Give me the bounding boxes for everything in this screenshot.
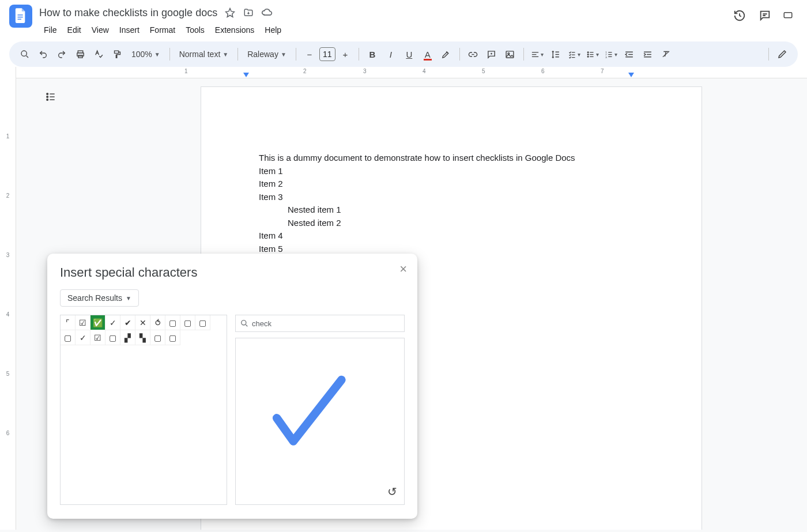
hruler-tick: 4 [423, 68, 426, 74]
char-search-box[interactable] [235, 315, 405, 332]
char-result[interactable]: ⌜ [61, 315, 76, 330]
char-result[interactable]: ▚ [135, 330, 150, 345]
char-result[interactable]: ▢ [105, 330, 120, 345]
paint-format-icon[interactable] [108, 46, 126, 63]
line-spacing-icon[interactable] [547, 46, 564, 63]
comments-icon[interactable] [757, 8, 772, 23]
print-icon[interactable] [71, 46, 89, 63]
category-dropdown[interactable]: Search Results▼ [60, 289, 139, 307]
zoom-dropdown[interactable]: 100%▼ [127, 46, 165, 63]
menu-tools[interactable]: Tools [181, 23, 209, 37]
hruler-tick: 6 [541, 68, 545, 74]
undo-icon[interactable] [35, 46, 52, 63]
menu-bar: File Edit View Insert Format Tools Exten… [39, 23, 732, 37]
menu-extensions[interactable]: Extensions [210, 23, 259, 37]
font-value: Raleway [247, 50, 278, 59]
redo-icon[interactable] [53, 46, 70, 63]
font-dropdown[interactable]: Raleway▼ [243, 46, 291, 63]
style-value: Normal text [179, 50, 221, 59]
increase-indent-icon[interactable] [639, 46, 657, 63]
present-icon[interactable] [783, 8, 793, 23]
clear-formatting-icon[interactable] [658, 46, 675, 63]
insert-link-icon[interactable] [465, 46, 482, 63]
highlight-button[interactable] [438, 46, 455, 63]
char-result[interactable]: ▢ [165, 315, 180, 330]
checklist-dropdown[interactable]: ▾ [565, 46, 583, 63]
svg-rect-0 [18, 14, 23, 15]
draw-character-area[interactable]: ↺ [235, 338, 405, 505]
underline-button[interactable]: U [401, 46, 418, 63]
cloud-status-icon[interactable] [261, 7, 273, 18]
char-result[interactable]: ✓ [105, 315, 120, 330]
menu-edit[interactable]: Edit [63, 23, 86, 37]
insert-image-icon[interactable] [501, 46, 519, 63]
doc-line: Item 2 [259, 178, 644, 191]
char-search-input[interactable] [252, 319, 399, 328]
svg-point-19 [242, 320, 246, 325]
search-menus-icon[interactable] [16, 46, 33, 63]
bold-button[interactable]: B [364, 46, 381, 63]
category-label: Search Results [67, 293, 122, 303]
doc-line: This is a dummy document to demonstrate … [259, 152, 644, 165]
svg-point-10 [587, 51, 589, 52]
drawn-checkmark-icon [236, 338, 404, 504]
char-result[interactable]: ▢ [165, 330, 180, 345]
character-grid: ⌜ ☑ ✅ ✓ ✔ ✕ ⥀ ▢ ▢ ▢ ▢ ✓ ☑ ▢ ▞ ▚ ▢ ▢ [60, 315, 227, 505]
vruler-tick: 1 [0, 133, 16, 139]
char-result[interactable]: ▢ [195, 315, 210, 330]
align-dropdown[interactable]: ▾ [529, 46, 546, 63]
vruler-tick: 6 [0, 430, 16, 436]
char-result[interactable]: ▢ [180, 315, 195, 330]
menu-help[interactable]: Help [260, 23, 286, 37]
char-result[interactable]: ✕ [135, 315, 150, 330]
char-result[interactable]: ▢ [61, 330, 76, 345]
show-outline-icon[interactable] [42, 88, 60, 106]
editing-mode-icon[interactable] [774, 46, 791, 63]
svg-point-11 [587, 54, 589, 55]
special-characters-dialog: × Insert special characters Search Resul… [47, 254, 417, 519]
svg-rect-1 [18, 17, 23, 17]
doc-line: Item 4 [259, 229, 644, 243]
menu-file[interactable]: File [39, 23, 62, 37]
vruler-tick: 3 [0, 252, 16, 258]
svg-rect-8 [506, 51, 514, 57]
bulleted-list-dropdown[interactable]: ▾ [584, 46, 601, 63]
vruler-tick: 5 [0, 371, 16, 377]
numbered-list-dropdown[interactable]: 123▾ [602, 46, 620, 63]
menu-insert[interactable]: Insert [115, 23, 144, 37]
doc-line: Nested item 1 [288, 203, 644, 217]
font-size-increase[interactable]: + [337, 46, 354, 63]
history-icon[interactable] [732, 8, 747, 23]
undo-draw-icon[interactable]: ↺ [387, 485, 397, 499]
style-dropdown[interactable]: Normal text▼ [175, 46, 233, 63]
char-result[interactable]: ✅ [90, 315, 105, 330]
char-result[interactable]: ☑ [76, 315, 90, 330]
close-icon[interactable]: × [399, 262, 407, 277]
char-result[interactable]: ▢ [150, 330, 165, 345]
decrease-indent-icon[interactable] [621, 46, 638, 63]
add-comment-icon[interactable] [483, 46, 500, 63]
svg-point-4 [21, 51, 27, 56]
char-result[interactable]: ⥀ [150, 315, 165, 330]
text-color-button[interactable]: A [419, 46, 436, 63]
char-result[interactable]: ☑ [90, 330, 105, 345]
hruler-tick: 1 [184, 68, 188, 74]
char-result[interactable]: ✔ [120, 315, 135, 330]
menu-view[interactable]: View [87, 23, 114, 37]
move-folder-icon[interactable] [243, 7, 254, 18]
italic-button[interactable]: I [382, 46, 399, 63]
docs-app-icon[interactable] [9, 5, 32, 28]
doc-line: Item 3 [259, 191, 644, 204]
font-size-input[interactable] [319, 47, 335, 61]
star-icon[interactable] [224, 7, 236, 18]
vertical-ruler: 1 2 3 4 5 6 [0, 67, 16, 530]
font-size-decrease[interactable]: − [301, 46, 318, 63]
spellcheck-icon[interactable] [90, 46, 107, 63]
menu-format[interactable]: Format [145, 23, 180, 37]
document-title[interactable]: How to make checklists in google docs [39, 7, 217, 19]
indent-marker-left[interactable] [243, 73, 249, 77]
indent-marker-right[interactable] [628, 73, 634, 77]
char-result[interactable]: ✓ [76, 330, 90, 345]
char-result[interactable]: ▞ [120, 330, 135, 345]
vruler-tick: 4 [0, 311, 16, 318]
